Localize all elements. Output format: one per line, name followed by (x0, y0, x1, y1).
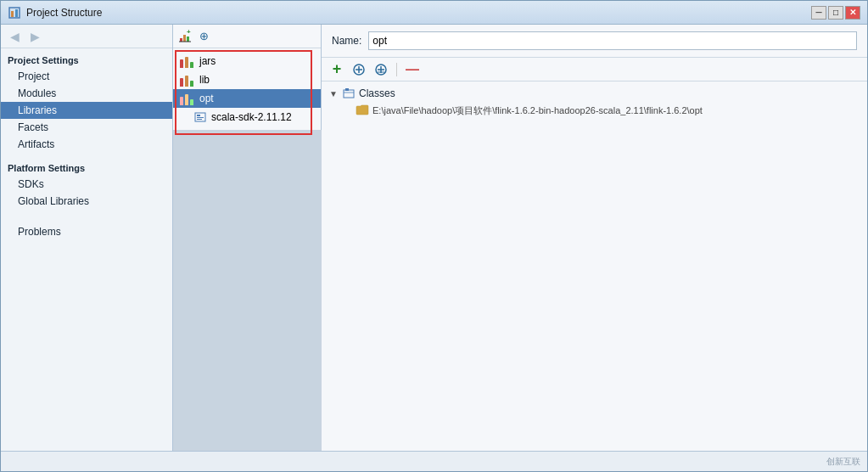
classes-icon (342, 87, 356, 100)
forward-button[interactable]: ▶ (26, 28, 43, 45)
svg-rect-3 (180, 38, 182, 42)
path-node: E:\java\File\hadoop\项目软件\flink-1.6.2-bin… (322, 102, 867, 120)
sidebar-item-global-libraries[interactable]: Global Libraries (1, 193, 172, 210)
bottom-bar: 创新互联 (1, 451, 867, 471)
center-panel: + ⊕ jars (173, 25, 322, 130)
project-structure-window: Project Structure ─ □ ✕ ◀ ▶ Project Sett… (0, 0, 868, 472)
classes-label: Classes (359, 87, 395, 99)
lib-label: lib (199, 74, 210, 86)
window-icon (8, 6, 21, 20)
sidebar-item-facets[interactable]: Facets (1, 119, 172, 136)
center-toolbar: + ⊕ (173, 25, 321, 48)
remove-button[interactable]: — (404, 61, 421, 78)
content-area: ◀ ▶ Project Settings Project Modules Lib… (1, 25, 867, 451)
close-button[interactable]: ✕ (845, 6, 860, 20)
library-list: jars lib (173, 48, 321, 130)
svg-rect-20 (345, 88, 349, 91)
opt-label: opt (199, 93, 214, 104)
classes-node[interactable]: ▼ Classes (322, 85, 867, 102)
back-button[interactable]: ◀ (6, 28, 23, 45)
action-toolbar: + — (322, 58, 867, 81)
svg-rect-9 (197, 115, 200, 116)
lib-icon (180, 73, 195, 87)
library-item-opt[interactable]: opt (173, 89, 321, 108)
sub-item-scala-sdk[interactable]: scala-sdk-2.11.12 (173, 108, 321, 126)
name-row: Name: (322, 25, 867, 58)
sidebar-item-artifacts[interactable]: Artifacts (1, 136, 172, 153)
sidebar: ◀ ▶ Project Settings Project Modules Lib… (1, 25, 173, 451)
new-library-button[interactable]: + (176, 28, 193, 45)
library-item-lib[interactable]: lib (173, 70, 321, 89)
watermark: 创新互联 (826, 456, 860, 468)
add-alt2-button[interactable] (372, 61, 389, 78)
opt-icon (180, 92, 195, 105)
svg-rect-11 (197, 119, 202, 120)
maximize-button[interactable]: □ (828, 6, 843, 20)
jars-label: jars (199, 55, 216, 67)
scala-sdk-icon (193, 110, 207, 124)
svg-text:+: + (187, 30, 191, 36)
add-alt-button[interactable] (350, 61, 367, 78)
svg-rect-19 (344, 90, 354, 98)
svg-rect-10 (197, 117, 204, 118)
scala-sdk-label: scala-sdk-2.11.12 (211, 111, 292, 123)
sidebar-item-project[interactable]: Project (1, 68, 172, 85)
platform-settings-header: Platform Settings (1, 156, 172, 176)
copy-library-button[interactable]: ⊕ (195, 28, 212, 45)
svg-rect-5 (187, 37, 189, 42)
name-label: Name: (332, 35, 361, 47)
svg-rect-2 (15, 9, 18, 17)
folder-icon (356, 104, 369, 118)
library-item-jars[interactable]: jars (173, 52, 321, 70)
nav-toolbar: ◀ ▶ (1, 25, 172, 48)
classes-toggle[interactable]: ▼ (328, 88, 339, 98)
window-controls: ─ □ ✕ (811, 6, 860, 20)
svg-rect-1 (11, 11, 14, 17)
name-input[interactable] (368, 31, 857, 50)
title-bar: Project Structure ─ □ ✕ (1, 1, 867, 25)
sidebar-item-problems[interactable]: Problems (1, 223, 172, 240)
toolbar-divider (396, 63, 397, 76)
right-panel: Name: + (322, 25, 867, 451)
jars-icon (180, 54, 195, 68)
sidebar-item-sdks[interactable]: SDKs (1, 176, 172, 193)
svg-rect-4 (183, 35, 186, 42)
sidebar-item-libraries[interactable]: Libraries (1, 102, 172, 119)
add-class-button[interactable]: + (328, 61, 345, 78)
sidebar-item-modules[interactable]: Modules (1, 85, 172, 102)
center-panel-wrapper: + ⊕ jars (173, 25, 322, 451)
svg-rect-0 (9, 8, 20, 18)
window-title: Project Structure (26, 7, 811, 19)
path-text: E:\java\File\hadoop\项目软件\flink-1.6.2-bin… (372, 104, 703, 117)
minimize-button[interactable]: ─ (811, 6, 826, 20)
tree-area: ▼ Classes (322, 81, 867, 451)
project-settings-header: Project Settings (1, 48, 172, 68)
